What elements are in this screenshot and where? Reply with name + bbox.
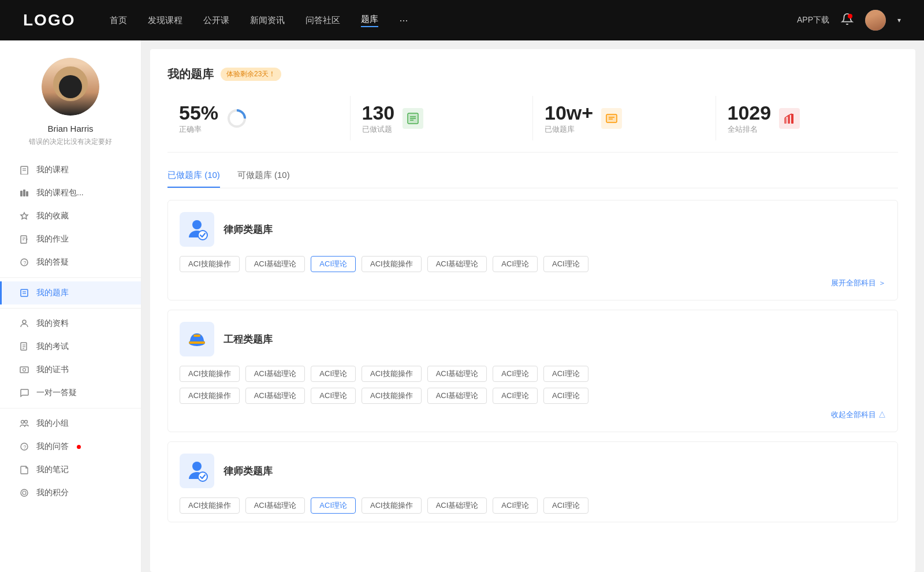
tag[interactable]: ACI基础理论 <box>427 366 487 382</box>
stat-accuracy: 55% 正确率 <box>167 96 351 140</box>
svg-rect-35 <box>606 114 617 122</box>
sidebar-item-1on1[interactable]: 一对一答疑 <box>0 381 141 404</box>
sidebar-item-exam[interactable]: 我的考试 <box>0 335 141 358</box>
tag[interactable]: ACI技能操作 <box>180 388 240 404</box>
sidebar-label: 我的课程 <box>36 165 69 175</box>
sidebar-item-favorites[interactable]: 我的收藏 <box>0 205 141 228</box>
qbank-name-1: 律师类题库 <box>223 223 273 236</box>
nav-questionbank[interactable]: 题库 <box>361 14 378 27</box>
nav-qa[interactable]: 问答社区 <box>305 15 340 26</box>
app-download-button[interactable]: APP下载 <box>797 15 829 25</box>
header: LOGO 首页 发现课程 公开课 新闻资讯 问答社区 题库 ··· APP下载 … <box>0 0 924 40</box>
sidebar: Brian Harris 错误的决定比没有决定要好 我的课程 我的课程包... … <box>0 40 141 572</box>
sidebar-item-certificate[interactable]: 我的证书 <box>0 358 141 381</box>
tag[interactable]: ACI理论 <box>543 256 588 272</box>
tag-active[interactable]: ACI理论 <box>311 497 356 514</box>
chat-icon <box>19 388 29 398</box>
qbank-header-3: 律师类题库 <box>180 454 886 488</box>
question-icon: ? <box>19 257 29 268</box>
tag[interactable]: ACI技能操作 <box>362 497 422 514</box>
svg-rect-4 <box>23 190 25 196</box>
qbank-tags-3: ACI技能操作 ACI基础理论 ACI理论 ACI技能操作 ACI基础理论 AC… <box>180 497 886 514</box>
tag[interactable]: ACI技能操作 <box>180 497 240 514</box>
sidebar-label: 我的课程包... <box>36 188 84 198</box>
nav-news[interactable]: 新闻资讯 <box>250 15 285 26</box>
tag[interactable]: ACI理论 <box>311 366 356 382</box>
qbank-tags-row2: ACI技能操作 ACI基础理论 ACI理论 ACI技能操作 ACI基础理论 AC… <box>180 388 886 404</box>
accuracy-chart <box>226 108 247 129</box>
tag[interactable]: ACI理论 <box>311 388 356 404</box>
svg-point-43 <box>198 231 207 240</box>
tag[interactable]: ACI理论 <box>543 388 588 404</box>
sidebar-label: 我的小组 <box>36 418 69 429</box>
tag[interactable]: ACI基础理论 <box>427 497 487 514</box>
sidebar-item-coursepackage[interactable]: 我的课程包... <box>0 181 141 205</box>
svg-point-22 <box>21 421 24 424</box>
nav-more[interactable]: ··· <box>399 14 408 27</box>
notification-dot <box>848 14 852 18</box>
sidebar-motto: 错误的决定比没有决定要好 <box>29 137 112 147</box>
sidebar-item-points[interactable]: 我的积分 <box>0 481 141 504</box>
stats-row: 55% 正确率 130 已做试题 <box>167 96 898 153</box>
page-header: 我的题库 体验剩余23天！ <box>167 66 898 82</box>
sidebar-item-homework[interactable]: 我的作业 <box>0 228 141 251</box>
sidebar-username: Brian Harris <box>47 124 93 133</box>
stat-done-questions-text: 130 已做试题 <box>362 102 395 135</box>
nav-home[interactable]: 首页 <box>110 15 127 26</box>
qbank-section-lawyer-2: 律师类题库 ACI技能操作 ACI基础理论 ACI理论 ACI技能操作 ACI基… <box>167 441 898 522</box>
svg-rect-5 <box>26 191 28 196</box>
tab-done[interactable]: 已做题库 (10) <box>167 170 220 188</box>
sidebar-item-group[interactable]: 我的小组 <box>0 412 141 435</box>
sidebar-item-questionbank[interactable]: 我的题库 <box>0 281 141 304</box>
svg-rect-45 <box>189 341 205 344</box>
logo: LOGO <box>23 11 75 29</box>
stat-done-questions: 130 已做试题 <box>351 96 534 140</box>
sidebar-item-profile[interactable]: 我的资料 <box>0 312 141 335</box>
tag[interactable]: ACI理论 <box>493 388 538 404</box>
nav-public[interactable]: 公开课 <box>203 15 229 26</box>
nav-discover[interactable]: 发现课程 <box>148 15 182 26</box>
tab-available[interactable]: 可做题库 (10) <box>237 170 290 188</box>
svg-point-48 <box>198 472 207 481</box>
points-icon <box>19 488 29 498</box>
tag[interactable]: ACI技能操作 <box>362 366 422 382</box>
qbank-collapse-2[interactable]: 收起全部科目 △ <box>180 410 886 420</box>
qbank-icon-lawyer-2 <box>180 454 214 488</box>
sidebar-item-mycourse[interactable]: 我的课程 <box>0 158 141 181</box>
tag-active[interactable]: ACI理论 <box>311 256 356 272</box>
sidebar-item-qa-help[interactable]: ? 我的答疑 <box>0 251 141 274</box>
tag[interactable]: ACI理论 <box>543 497 588 514</box>
qbank-expand-1[interactable]: 展开全部科目 ＞ <box>180 278 886 288</box>
tag[interactable]: ACI技能操作 <box>362 388 422 404</box>
tag[interactable]: ACI基础理论 <box>427 256 487 272</box>
svg-text:?: ? <box>24 260 27 266</box>
tag[interactable]: ACI基础理论 <box>245 366 305 382</box>
tag[interactable]: ACI理论 <box>543 366 588 382</box>
notification-bell[interactable] <box>841 13 854 28</box>
sidebar-item-notes[interactable]: 我的笔记 <box>0 458 141 481</box>
stat-rank: 1029 全站排名 <box>716 96 899 140</box>
avatar-chevron-icon[interactable]: ▾ <box>897 16 901 24</box>
main-layout: Brian Harris 错误的决定比没有决定要好 我的课程 我的课程包... … <box>0 40 924 572</box>
sidebar-label: 我的证书 <box>36 365 69 375</box>
page-title: 我的题库 <box>167 66 214 82</box>
tag[interactable]: ACI技能操作 <box>180 366 240 382</box>
svg-point-23 <box>25 421 28 424</box>
sidebar-item-myqa[interactable]: ? 我的问答 <box>0 435 141 458</box>
svg-rect-20 <box>20 367 28 373</box>
tag[interactable]: ACI基础理论 <box>245 497 305 514</box>
tag[interactable]: ACI理论 <box>493 366 538 382</box>
tag[interactable]: ACI理论 <box>493 256 538 272</box>
tag[interactable]: ACI基础理论 <box>245 388 305 404</box>
stat-rank-label: 全站排名 <box>728 124 772 135</box>
tag[interactable]: ACI基础理论 <box>245 256 305 272</box>
tag[interactable]: ACI理论 <box>493 497 538 514</box>
tag[interactable]: ACI技能操作 <box>362 256 422 272</box>
sidebar-label: 我的笔记 <box>36 465 69 475</box>
tabs-row: 已做题库 (10) 可做题库 (10) <box>167 170 898 188</box>
tag[interactable]: ACI基础理论 <box>427 388 487 404</box>
stat-done-banks-text: 10w+ 已做题库 <box>545 102 593 135</box>
svg-point-27 <box>23 491 26 495</box>
tag[interactable]: ACI技能操作 <box>180 256 240 272</box>
avatar[interactable] <box>865 10 886 31</box>
